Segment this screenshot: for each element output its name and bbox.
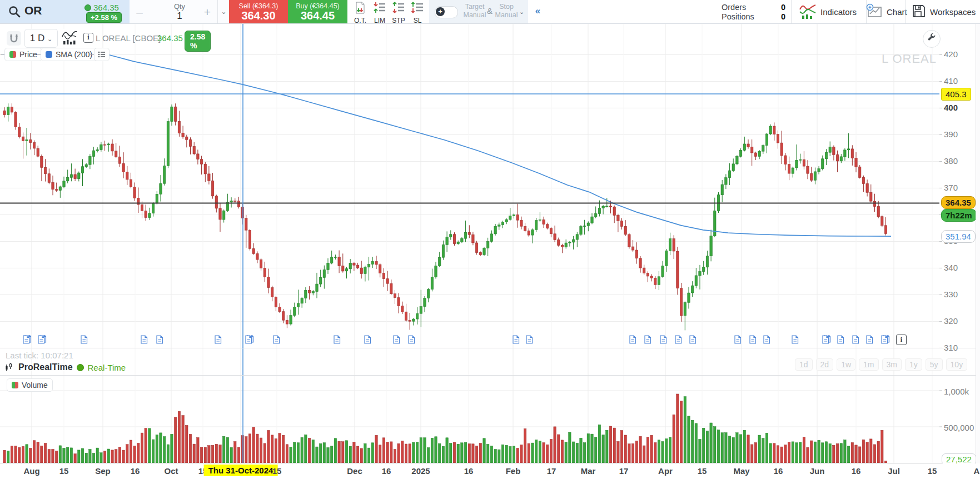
collapse-panel-button[interactable]: « — [528, 0, 548, 23]
brand-row: ProRealTime Real-Time — [4, 362, 126, 372]
news-event-icon[interactable] — [513, 335, 522, 347]
events-info-icon[interactable]: i — [896, 335, 907, 345]
price-axis-tick: 310 — [944, 343, 958, 352]
prorealtime-brand[interactable]: ProRealTime — [18, 362, 73, 372]
legend-volume[interactable]: Volume — [7, 378, 53, 392]
range-button-1m[interactable]: 1m — [859, 358, 878, 371]
news-event-icon[interactable] — [38, 335, 47, 347]
x-axis-label: 17 — [619, 466, 629, 476]
news-event-icon[interactable] — [822, 335, 832, 347]
timeframe-shortcut-row: 1d2d1w1m3m1y5y10y — [795, 358, 967, 371]
right-scroll-strip[interactable] — [976, 23, 980, 479]
news-event-icon[interactable] — [763, 335, 773, 347]
range-button-2d[interactable]: 2d — [816, 358, 834, 371]
instrument-price: 364.35 — [157, 33, 183, 43]
search-icon[interactable] — [8, 5, 21, 21]
chart-style-icon — [61, 30, 78, 46]
order-type-lim[interactable]: LIM — [370, 2, 389, 24]
x-axis-label: Apr — [658, 466, 673, 476]
stop-order-icon — [392, 6, 405, 16]
instrument-change-badge: 2.58 % — [185, 31, 211, 52]
chart-style-button[interactable] — [60, 29, 79, 47]
volume-tick-1000k: 1,000k — [944, 387, 969, 396]
x-axis-label: Jul — [888, 466, 900, 476]
range-button-1y[interactable]: 1y — [905, 358, 922, 371]
volume-pane-separator[interactable] — [0, 375, 980, 376]
news-event-icon[interactable] — [23, 335, 32, 347]
price-volume-chart[interactable] — [0, 0, 980, 479]
target-stop-toggle[interactable]: + — [435, 6, 458, 18]
news-event-icon[interactable] — [629, 335, 639, 347]
target-manual-label[interactable]: Target Manual — [460, 3, 489, 19]
x-axis-label: 15 — [698, 466, 707, 476]
news-event-icon[interactable] — [408, 335, 417, 347]
qty-value[interactable]: 1 — [163, 11, 196, 22]
qty-decrease-button[interactable]: – — [134, 6, 145, 19]
chart-settings-button[interactable] — [923, 30, 941, 48]
ot-icon — [354, 6, 366, 16]
magnet-icon — [9, 33, 19, 43]
range-button-1w[interactable]: 1w — [837, 358, 855, 371]
news-event-icon[interactable] — [852, 335, 862, 347]
range-button-3m[interactable]: 3m — [882, 358, 902, 371]
news-event-icon[interactable] — [837, 335, 847, 347]
alert-level-label[interactable]: 405.3 — [941, 88, 971, 101]
news-event-icon[interactable] — [245, 335, 255, 347]
range-button-10y[interactable]: 10y — [946, 358, 968, 371]
sma-legend-icon — [46, 51, 52, 58]
legend-sma[interactable]: SMA (200) — [41, 48, 97, 61]
news-event-icon[interactable] — [81, 335, 90, 347]
timeframe-caret: ⌄ — [47, 36, 52, 42]
x-axis-label: 16 — [774, 466, 783, 476]
indicators-button[interactable]: Indicators — [791, 0, 866, 23]
news-event-icon[interactable] — [215, 335, 224, 347]
qty-label: Qty — [163, 2, 196, 11]
news-event-icon[interactable] — [526, 335, 535, 347]
price-legend-icon — [9, 51, 16, 58]
news-event-icon[interactable] — [675, 335, 684, 347]
order-type-stp[interactable]: STP — [389, 2, 408, 24]
news-event-icon[interactable] — [689, 335, 699, 347]
price-axis-tick: 370 — [944, 183, 958, 192]
info-icon[interactable]: i — [83, 33, 93, 43]
qty-dropdown-caret[interactable]: ⌄ — [217, 0, 230, 23]
buy-button[interactable]: Buy (€364.45) 364.45 — [288, 0, 347, 23]
legend-settings-button[interactable] — [94, 48, 110, 61]
realtime-status-dot — [77, 364, 84, 371]
news-event-icon[interactable] — [792, 335, 801, 347]
target-stop-caret[interactable]: ⌄ — [519, 8, 524, 16]
footer-separator — [0, 348, 980, 348]
positions-row[interactable]: Positions 0 — [722, 12, 785, 21]
news-event-icon[interactable] — [156, 335, 166, 347]
stop-manual-label[interactable]: Stop Manual — [494, 3, 519, 19]
range-button-5y[interactable]: 5y — [926, 358, 943, 371]
chart-button[interactable]: Chart — [866, 0, 905, 23]
news-event-icon[interactable] — [273, 335, 282, 347]
range-button-1d[interactable]: 1d — [795, 358, 813, 371]
news-event-icon[interactable] — [660, 335, 669, 347]
news-event-icon[interactable] — [881, 335, 891, 347]
instrument-name: L OREAL [CBOE] — [96, 33, 161, 43]
limit-order-icon — [374, 6, 386, 16]
order-type-ot[interactable]: O.T. — [351, 2, 370, 24]
news-event-icon[interactable] — [734, 335, 744, 347]
magnet-snap-button[interactable] — [7, 31, 21, 46]
timeframe-selector[interactable]: 1 D ⌄ — [24, 29, 58, 48]
news-event-icon[interactable] — [364, 335, 374, 347]
symbol-ticker[interactable]: OR — [24, 4, 42, 17]
trading-platform-window: OR 364.35 +2.58 % – Qty 1 + ⌄ Sell (€364… — [0, 0, 980, 479]
volume-tick-500000: 500,000 — [944, 423, 974, 432]
news-event-icon[interactable] — [334, 335, 343, 347]
news-event-icon[interactable] — [393, 335, 402, 347]
workspaces-button[interactable]: Workspaces ⌄ — [905, 0, 980, 23]
instrument-watermark: L OREAL — [882, 52, 937, 66]
orders-row[interactable]: Orders 0 — [722, 3, 785, 12]
order-type-sl[interactable]: SL — [408, 2, 427, 24]
news-event-icon[interactable] — [866, 335, 875, 347]
positions-count: 0 — [781, 12, 785, 21]
news-event-icon[interactable] — [141, 335, 150, 347]
sell-button[interactable]: Sell (€364.3) 364.30 — [229, 0, 288, 23]
news-event-icon[interactable] — [749, 335, 759, 347]
news-event-icon[interactable] — [644, 335, 654, 347]
qty-increase-button[interactable]: + — [202, 6, 213, 19]
